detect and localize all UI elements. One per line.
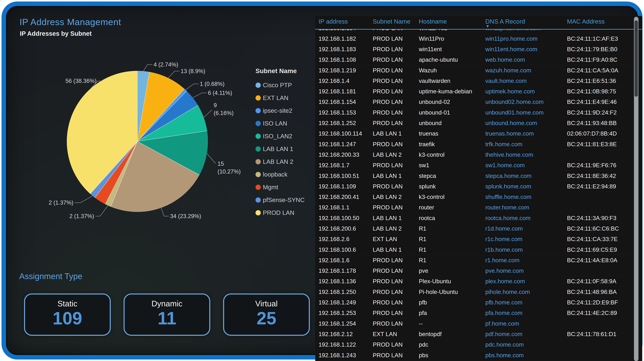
- cell-dns[interactable]: pihole.home.com: [485, 289, 567, 295]
- legend-dot: [256, 82, 261, 88]
- page: { "header": { "title": "IP Address Manag…: [0, 0, 644, 361]
- legend-item-pfsense-sync[interactable]: pfSense-SYNC: [256, 194, 316, 206]
- cell-host: apache-ubuntu: [419, 56, 485, 63]
- pie-label: 56 (38.36%): [66, 78, 96, 84]
- legend-item-iso-lan2[interactable]: ISO_LAN2: [256, 130, 316, 142]
- legend-label: loopback: [263, 171, 288, 178]
- cell-mac: BC:24:11:4E:2C:89: [567, 310, 642, 316]
- cell-mac: BC:24:11:9D:24:F2: [567, 109, 642, 116]
- cell-dns[interactable]: unbound02.home.com: [485, 98, 567, 105]
- cell-dns[interactable]: thehive.home.com: [485, 152, 567, 158]
- cell-dns[interactable]: shuffle.home.com: [485, 194, 567, 200]
- table-row: 192.168.1.250PROD LANPi-hole-Ubuntupihol…: [315, 287, 642, 297]
- cell-dns[interactable]: vault.home.com: [485, 78, 567, 84]
- cell-host: k3-control: [419, 152, 485, 158]
- table-scrollbar-thumb[interactable]: [634, 20, 638, 97]
- legend-item-iso-lan[interactable]: ISO LAN: [256, 117, 316, 130]
- cell-ip: 192.168.1.108: [318, 56, 373, 63]
- cell-dns[interactable]: uptimek.home.com: [485, 88, 567, 95]
- cell-dns[interactable]: pfa.home.com: [485, 310, 567, 316]
- subnet-pie-chart[interactable]: 4 (2.74%)13 (8.9%)1 (0.68%)6 (4.11%)9(6.…: [47, 51, 272, 276]
- table-row: 192.168.1.153PROD LANunbound-01unbound01…: [315, 107, 642, 118]
- legend-label: Mgmt: [263, 184, 278, 191]
- legend-item-cisco-ptp[interactable]: Cisco PTP: [256, 79, 316, 92]
- cell-dns[interactable]: r1d.home.com: [485, 225, 567, 232]
- cell-host: R1: [419, 246, 485, 253]
- cell-mac: BC:24:11:CA:5A:0A: [567, 67, 642, 74]
- table-row: 192.168.2.12EXT LANbentopdfpdf.home.comB…: [315, 329, 642, 340]
- cell-host: uptime-kuma-debian: [419, 88, 485, 95]
- cell-subnet: EXT LAN: [373, 331, 419, 338]
- column-header-ip-address[interactable]: IP address: [318, 16, 373, 29]
- legend-item-prod-lan[interactable]: PROD LAN: [256, 206, 316, 219]
- legend-item-lab-lan-2[interactable]: LAB LAN 2: [256, 155, 316, 168]
- cell-dns[interactable]: pf.home.com: [485, 320, 567, 327]
- assignment-cards: Static109Dynamic11Virtual25: [24, 294, 310, 336]
- legend-label: ipsec-site2: [263, 107, 292, 114]
- cell-dns[interactable]: router.home.com: [485, 204, 567, 211]
- cell-dns[interactable]: win11pro2.home.com: [485, 30, 567, 32]
- cell-dns[interactable]: pfb.home.com: [485, 299, 567, 306]
- cell-subnet: PROD LAN: [373, 67, 419, 74]
- cell-host: --: [419, 320, 485, 327]
- cell-ip: 192.168.1.247: [318, 141, 373, 148]
- cell-subnet: PROD LAN: [373, 56, 419, 63]
- cell-dns[interactable]: splunk.home.com: [485, 183, 567, 190]
- cell-dns[interactable]: trfk.home.com: [485, 141, 567, 148]
- cell-dns[interactable]: win11pro.home.com: [485, 36, 567, 42]
- cell-dns[interactable]: r1c.home.com: [485, 236, 567, 242]
- cell-dns[interactable]: pve.home.com: [485, 268, 567, 274]
- cell-mac: BC:24:11:8E:36:42: [567, 172, 642, 179]
- pie-label-leader: [204, 110, 212, 118]
- table-scrollbar[interactable]: [634, 17, 638, 361]
- card-label: Virtual: [255, 299, 278, 308]
- cell-subnet: LAB LAN 1: [373, 172, 419, 179]
- table-row: 192.168.100.50LAB LAN 1rootcarootca.home…: [315, 213, 642, 223]
- cell-dns[interactable]: truenas.home.com: [485, 130, 567, 137]
- column-header-dns-a-record[interactable]: DNS A Record▼: [485, 16, 567, 29]
- cell-ip: 192.168.100.6: [318, 246, 373, 253]
- cell-dns[interactable]: r1b.home.com: [485, 246, 567, 253]
- cell-dns[interactable]: sw1.home.com: [485, 162, 567, 168]
- table-row: 192.168.1.252PROD LANunboundunbound.home…: [315, 118, 642, 128]
- cell-dns[interactable]: stepca.home.com: [485, 172, 567, 179]
- cell-host: R1: [419, 257, 485, 264]
- cell-dns[interactable]: r1.home.com: [485, 257, 567, 264]
- cell-dns[interactable]: pbs.home.com: [485, 352, 567, 358]
- cell-dns[interactable]: plex.home.com: [485, 278, 567, 284]
- cell-dns[interactable]: unbound01.home.com: [485, 109, 567, 116]
- table-row: 192.168.1.183PROD LANwin11entwin11ent.ho…: [315, 44, 642, 54]
- cell-dns[interactable]: win11ent.home.com: [485, 46, 567, 52]
- cell-mac: 02:06:07:D7:8B:4D: [567, 130, 642, 137]
- column-header-mac-address[interactable]: MAC Address: [567, 16, 642, 29]
- cell-mac: BC:24:11:F9:A0:8C: [567, 56, 642, 63]
- cell-dns[interactable]: rootca.home.com: [485, 215, 567, 222]
- cell-host: bentopdf: [419, 331, 485, 338]
- cell-ip: 192.168.200.33: [318, 152, 373, 158]
- cell-dns[interactable]: wazuh.home.com: [485, 67, 567, 74]
- ip-table-panel: IP addressSubnet NameHostnameDNS A Recor…: [315, 16, 642, 361]
- legend-dot: [256, 172, 261, 177]
- cell-host: R1: [419, 225, 485, 232]
- table-row: 192.168.1.6PROD LANR1r1.home.comBC:24:11…: [315, 255, 642, 266]
- cell-dns[interactable]: web.home.com: [485, 56, 567, 63]
- legend-item-mgmt[interactable]: Mgmt: [256, 181, 316, 194]
- cell-subnet: EXT LAN: [373, 236, 419, 242]
- legend-label: LAB LAN 1: [263, 146, 293, 152]
- card-static: Static109: [24, 294, 111, 336]
- column-header-subnet-name[interactable]: Subnet Name: [373, 16, 419, 29]
- cell-ip: 192.168.1.154: [318, 98, 373, 105]
- cell-host: pbs: [419, 352, 485, 358]
- legend-item-ext-lan[interactable]: EXT LAN: [256, 92, 316, 104]
- legend-item-ipsec-site2[interactable]: ipsec-site2: [256, 104, 316, 117]
- legend-item-lab-lan-1[interactable]: LAB LAN 1: [256, 142, 316, 155]
- cell-dns[interactable]: pdc.home.com: [485, 341, 567, 348]
- cell-mac: BC:24:11:0B:98:75: [567, 88, 642, 95]
- cell-dns[interactable]: pdf.home.com: [485, 331, 567, 338]
- cell-ip: 192.168.1.243: [318, 352, 373, 358]
- column-header-hostname[interactable]: Hostname: [419, 16, 485, 29]
- table-row: 192.168.1.1PROD LANrouterrouter.home.com: [315, 202, 642, 213]
- legend-item-loopback[interactable]: loopback: [256, 168, 316, 181]
- table-row: 192.168.100.6LAB LAN 1R1r1b.home.comBC:2…: [315, 244, 642, 255]
- cell-dns[interactable]: unbound.home.com: [485, 120, 567, 126]
